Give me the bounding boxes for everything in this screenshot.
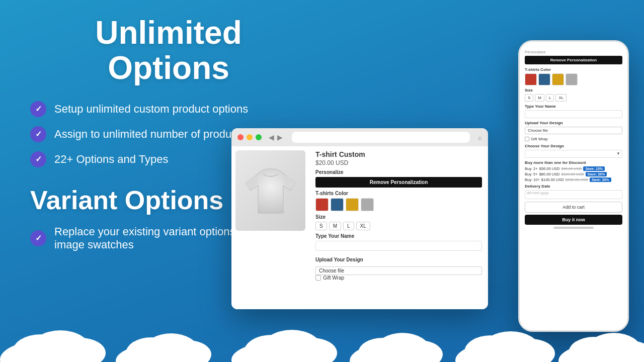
phone-color-label: T-shirts Color: [525, 67, 622, 72]
size-btn-m[interactable]: M: [329, 222, 341, 230]
feature-text-1: Setup unlimited custom product options: [54, 103, 248, 116]
phone-discount-section: Buy more than one for Discount Buy: 2+ $…: [525, 160, 622, 182]
browser-name-label: Type Your Name: [315, 233, 482, 239]
phone-color-swatches: [525, 73, 622, 85]
phone-size-l[interactable]: L: [546, 94, 554, 102]
phone-mockup: Personalize Remove Personalization T-shi…: [518, 40, 629, 332]
discount-old-price-1: $40.00 USD: [561, 166, 582, 171]
browser-product-form: T-shirt Custom $20.00 USD Personalize Re…: [309, 146, 488, 309]
phone-name-label: Type Your Name: [525, 104, 622, 109]
check-icon-1: [30, 101, 46, 117]
discount-qty-2: Buy: 5+: [525, 172, 538, 176]
browser-choose-file-btn[interactable]: Choose file: [315, 266, 482, 275]
phone-add-to-cart-btn[interactable]: Add to cart: [525, 202, 622, 213]
browser-bar: ◀ ▶ ⌕: [231, 128, 488, 146]
phone-date-placeholder: dd-mm-yyyy: [527, 191, 549, 195]
phone-form: Personalize Remove Personalization T-shi…: [520, 42, 627, 234]
phone-remove-personalization-btn[interactable]: Remove Personalization: [525, 56, 622, 64]
discount-badge-1: Save: 10%: [583, 166, 605, 171]
phone-bottom-bar: [553, 227, 594, 229]
feature-text-3: 22+ Options and Types: [54, 153, 168, 166]
browser-size-label: Size: [315, 214, 482, 220]
feature-text-2: Assign to unlimited number of products: [54, 128, 246, 141]
phone-swatch-blue[interactable]: [538, 73, 550, 85]
color-swatch-gray[interactable]: [361, 198, 374, 211]
phone-buy-now-btn[interactable]: Buy it now: [525, 215, 622, 225]
color-swatch-red[interactable]: [315, 198, 329, 211]
browser-gift-wrap-checkbox[interactable]: [315, 275, 321, 281]
browser-product-price: $20.00 USD: [315, 159, 482, 166]
browser-product-title: T-shirt Custom: [315, 150, 482, 158]
browser-color-label: T-shirts Color: [315, 191, 482, 196]
discount-qty-1: Buy: 2+: [525, 166, 538, 171]
product-image: [235, 150, 305, 231]
clouds-svg: [0, 312, 644, 362]
phone-date-input[interactable]: dd-mm-yyyy: [525, 190, 622, 199]
browser-mockup: ◀ ▶ ⌕: [231, 128, 488, 309]
phone-personalize-label: Personalize: [525, 50, 622, 54]
dropdown-arrow-icon: ▼: [616, 151, 620, 156]
phone-sizes: S M L XL: [525, 94, 622, 102]
browser-minimize-dot[interactable]: [247, 134, 253, 140]
size-btn-xl[interactable]: XL: [356, 222, 370, 230]
product-image-area: [231, 146, 309, 309]
phone-choose-file-btn[interactable]: Choose file: [525, 127, 622, 134]
discount-row-2: Buy: 5+ $80.00 USD $100.00 USD Save: 20%: [525, 172, 622, 176]
check-icon-3: [30, 151, 46, 167]
check-icon-4: [30, 230, 46, 246]
discount-qty-3: Buy: 10+: [525, 177, 540, 182]
browser-name-input[interactable]: [315, 241, 482, 251]
check-icon-2: [30, 126, 46, 142]
phone-size-label: Size: [525, 88, 622, 93]
browser-close-dot[interactable]: [237, 134, 244, 140]
feature-item-1: Setup unlimited custom product options: [30, 101, 307, 117]
browser-remove-personalization-btn[interactable]: Remove Personalization: [315, 177, 482, 188]
phone-design-label: Choose Your Design: [525, 144, 622, 148]
tshirt-illustration: [240, 158, 301, 223]
size-btn-s[interactable]: S: [315, 222, 327, 230]
phone-swatch-red[interactable]: [525, 73, 537, 85]
browser-content: T-shirt Custom $20.00 USD Personalize Re…: [231, 146, 488, 309]
phone-name-input[interactable]: [525, 110, 622, 118]
phone-gift-wrap-checkbox[interactable]: [525, 137, 529, 141]
phone-size-m[interactable]: M: [535, 94, 544, 102]
browser-search-icon[interactable]: ⌕: [478, 134, 482, 141]
browser-upload-label: Upload Your Design: [315, 257, 363, 262]
discount-row-3: Buy: 10+ $140.00 USD $200.00 USD Save: 3…: [525, 177, 622, 182]
back-arrow-icon[interactable]: ◀: [269, 133, 274, 141]
forward-arrow-icon[interactable]: ▶: [277, 133, 283, 141]
discount-old-price-2: $100.00 USD: [561, 172, 584, 176]
clouds-decoration: [0, 312, 644, 362]
browser-url-bar[interactable]: [292, 132, 470, 143]
discount-old-price-3: $200.00 USD: [566, 177, 588, 182]
browser-personalize-label: Personalize: [315, 169, 482, 175]
phone-delivery-label: Delivery Date: [525, 184, 622, 189]
browser-color-swatches: [315, 198, 482, 211]
phone-upload-label: Upload Your Design: [525, 121, 622, 125]
phone-content: Personalize Remove Personalization T-shi…: [520, 42, 627, 330]
color-swatch-blue[interactable]: [331, 198, 344, 211]
phone-gift-wrap: Gift Wrap: [525, 137, 622, 141]
browser-gift-wrap-label: Gift Wrap: [323, 275, 344, 281]
browser-gift-wrap: Gift Wrap: [315, 275, 482, 281]
discount-new-price-2: $80.00 USD: [539, 172, 560, 176]
size-btn-l[interactable]: L: [343, 222, 354, 230]
phone-swatch-gray[interactable]: [566, 73, 578, 85]
phone-size-xl[interactable]: XL: [555, 94, 567, 102]
discount-badge-2: Save: 20%: [586, 172, 607, 176]
main-title: Unlimited Options: [30, 15, 307, 86]
discount-row-1: Buy: 2+ $36.00 USD $40.00 USD Save: 10%: [525, 166, 622, 171]
discount-badge-3: Save: 30%: [590, 177, 611, 182]
phone-discount-label: Buy more than one for Discount: [525, 160, 622, 165]
color-swatch-yellow[interactable]: [346, 198, 359, 211]
browser-nav: ◀ ▶: [269, 133, 283, 141]
browser-upload-section: Upload Your Design: [315, 254, 482, 264]
discount-new-price-3: $140.00 USD: [541, 177, 564, 182]
phone-size-s[interactable]: S: [525, 94, 533, 102]
phone-gift-wrap-label: Gift Wrap: [531, 137, 548, 141]
browser-maximize-dot[interactable]: [256, 134, 262, 140]
discount-new-price-1: $36.00 USD: [539, 166, 560, 171]
browser-size-buttons: S M L XL: [315, 222, 482, 230]
phone-design-dropdown[interactable]: ▼: [525, 150, 622, 158]
phone-swatch-yellow[interactable]: [552, 73, 564, 85]
